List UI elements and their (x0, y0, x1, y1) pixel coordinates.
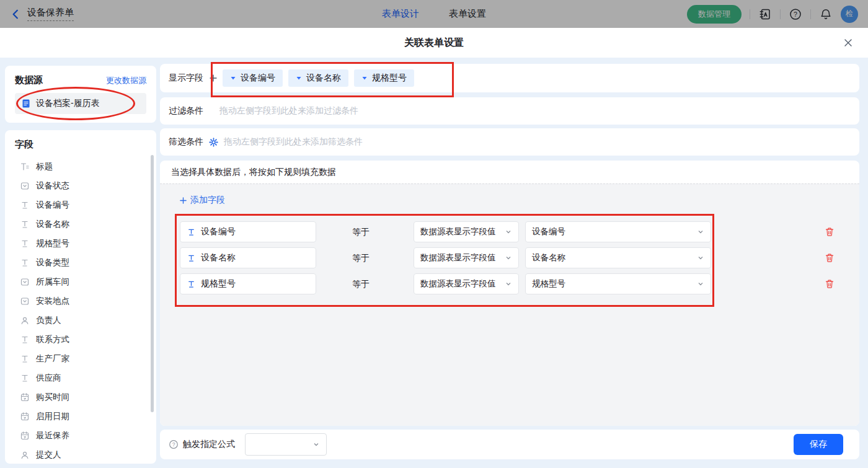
field-item-label: 设备类型 (36, 257, 69, 268)
tab-form-design[interactable]: 表单设计 (382, 8, 419, 20)
field-item-label: 最近保养 (36, 430, 69, 441)
field-item-label: 设备名称 (36, 219, 69, 230)
screening-dropzone[interactable]: 拖动左侧字段到此处来添加筛选条件 (224, 136, 363, 148)
add-display-field-icon[interactable] (210, 74, 217, 82)
text-field-icon (20, 200, 30, 210)
data-manage-button[interactable]: 数据管理 (687, 5, 742, 24)
text-field-icon (20, 373, 30, 383)
divider (750, 9, 750, 19)
rule-operator: 等于 (352, 273, 370, 294)
rule-target-field[interactable]: 设备编号 (180, 221, 316, 242)
text-field-icon (187, 280, 196, 289)
field-item[interactable]: 购买时间 (5, 387, 156, 407)
svg-text:?: ? (172, 441, 175, 448)
change-datasource-link[interactable]: 更改数据源 (106, 75, 146, 86)
field-item[interactable]: 安装地点 (5, 291, 156, 311)
rule-target-field[interactable]: 规格型号 (180, 273, 316, 294)
datasource-panel: 数据源 更改数据源 设备档案-履历表 (5, 66, 156, 123)
field-item[interactable]: 生产厂家 (5, 349, 156, 368)
caret-down-icon (361, 75, 368, 81)
chevron-down-icon (312, 441, 320, 448)
heading-field-icon (20, 162, 30, 172)
field-item[interactable]: 标题 (5, 157, 156, 176)
close-icon[interactable] (843, 38, 853, 50)
datasource-item[interactable]: 设备档案-履历表 (15, 93, 146, 114)
rule-source-type-value: 数据源表显示字段值 (420, 278, 496, 289)
rule-source-type-value: 数据源表显示字段值 (420, 226, 496, 237)
date-field-icon (20, 412, 30, 422)
field-tag[interactable]: 设备名称 (288, 69, 348, 87)
field-item[interactable]: 规格型号 (5, 234, 156, 253)
text-field-icon (187, 227, 196, 237)
filter-condition-row: 过滤条件 拖动左侧字段到此处来添加过滤条件 (160, 97, 859, 125)
field-item-label: 启用日期 (36, 411, 69, 422)
rule-target-field[interactable]: 设备名称 (180, 247, 316, 268)
display-field-tags: 设备编号 设备名称 规格型号 (223, 69, 414, 87)
rule-row: 规格型号 等于 数据源表显示字段值 规格型号 (160, 273, 859, 294)
save-button[interactable]: 保存 (794, 434, 843, 455)
field-item[interactable]: 供应商 (5, 368, 156, 387)
field-item-label: 设备编号 (36, 200, 69, 211)
rule-source-field-select[interactable]: 设备编号 (525, 221, 711, 242)
field-item[interactable]: 所属车间 (5, 272, 156, 291)
rule-operator: 等于 (352, 247, 370, 268)
rule-source-type-select[interactable]: 数据源表显示字段值 (414, 273, 519, 294)
rule-target-label: 设备名称 (201, 252, 236, 263)
add-field-label: 添加字段 (190, 195, 225, 206)
gear-icon[interactable] (209, 138, 218, 147)
topbar-tabs: 表单设计 表单设置 (382, 8, 486, 20)
field-item[interactable]: 设备编号 (5, 195, 156, 214)
field-item[interactable]: 设备状态 (5, 176, 156, 195)
date-field-icon (20, 431, 30, 441)
field-item[interactable]: 最近保养 (5, 426, 156, 445)
delete-rule-icon[interactable] (825, 279, 835, 289)
delete-rule-icon[interactable] (825, 227, 835, 237)
rule-source-type-select[interactable]: 数据源表显示字段值 (414, 247, 519, 268)
fill-rules-card: 当选择具体数据后，将按如下规则填充数据 添加字段 设备编号 等于 数据源表显示字… (160, 161, 859, 426)
field-tag-label: 规格型号 (372, 73, 407, 84)
rule-source-type-select[interactable]: 数据源表显示字段值 (414, 221, 519, 242)
document-icon (21, 99, 31, 108)
form-title: 设备保养单 (27, 7, 74, 21)
modal-footer: ? 触发指定公式 保存 (160, 430, 859, 459)
rule-source-field-select[interactable]: 规格型号 (525, 273, 711, 294)
chevron-left-icon (10, 9, 21, 20)
help-icon[interactable]: ? (789, 7, 802, 21)
field-item[interactable]: 启用日期 (5, 407, 156, 426)
notification-bell-icon[interactable] (819, 7, 833, 21)
question-circle-icon[interactable]: ? (169, 439, 179, 449)
rule-source-field-select[interactable]: 设备名称 (525, 247, 711, 268)
delete-rule-icon[interactable] (825, 253, 835, 263)
field-item-label: 生产厂家 (36, 353, 69, 364)
modal-title: 关联表单设置 (404, 37, 464, 50)
tab-form-settings[interactable]: 表单设置 (449, 8, 486, 20)
field-item[interactable]: 提交人 (5, 445, 156, 464)
scrollbar[interactable] (151, 155, 154, 412)
rules-body: 添加字段 设备编号 等于 数据源表显示字段值 设备编号 (160, 183, 859, 426)
back-button[interactable] (10, 9, 21, 20)
field-tag[interactable]: 设备编号 (223, 69, 283, 87)
field-item[interactable]: 设备名称 (5, 214, 156, 234)
add-field-button[interactable]: 添加字段 (180, 195, 225, 206)
field-tag-label: 设备编号 (241, 73, 275, 84)
field-item-label: 供应商 (36, 373, 61, 384)
field-item-label: 规格型号 (36, 238, 69, 249)
user-avatar[interactable]: 检 (841, 6, 858, 23)
field-tag[interactable]: 规格型号 (354, 69, 414, 87)
filter-dropzone[interactable]: 拖动左侧字段到此处来添加过滤条件 (219, 105, 358, 117)
field-item[interactable]: 负责人 (5, 311, 156, 330)
rule-source-type-value: 数据源表显示字段值 (420, 252, 496, 263)
modal-header: 关联表单设置 (0, 28, 868, 58)
select-field-icon (20, 181, 30, 191)
field-item[interactable]: 联系方式 (5, 330, 156, 349)
screening-condition-row: 筛选条件 拖动左侧字段到此处来添加筛选条件 (160, 128, 859, 156)
address-book-icon[interactable] (758, 7, 772, 21)
display-fields-label: 显示字段 (169, 73, 203, 84)
rule-source-field-value: 规格型号 (532, 278, 565, 289)
rule-row: 设备编号 等于 数据源表显示字段值 设备编号 (160, 221, 859, 242)
field-item[interactable]: 设备类型 (5, 253, 156, 272)
field-item-label: 设备状态 (36, 180, 69, 192)
divider (780, 9, 781, 19)
svg-text:?: ? (794, 10, 797, 17)
formula-select[interactable] (245, 433, 327, 456)
